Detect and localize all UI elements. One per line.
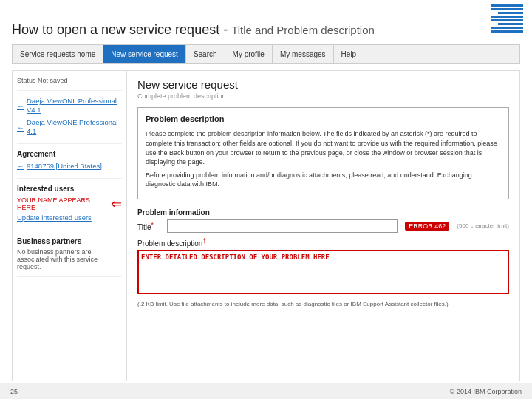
error-badge: ERROR 462 (405, 222, 449, 231)
nav-item-new-service-request[interactable]: New service request (103, 45, 186, 63)
problem-para-1: Please complete the problem description … (146, 129, 501, 166)
sidebar: Status Not saved ← Daeja ViewONL Profess… (13, 71, 127, 381)
interested-user: YOUR NAME APPEARS HERE ⇐ (17, 196, 122, 212)
status-label: Status Not saved (17, 77, 122, 84)
title-field-label: Title* (137, 221, 160, 231)
agreement-title: Agreement (17, 150, 122, 158)
content-subtitle: Complete problem description (137, 92, 509, 100)
content-title: New service request (137, 78, 509, 91)
problem-box-title: Problem description (146, 114, 501, 125)
problem-desc-textarea[interactable]: ENTER DETAILED DESCRIPTION OF YOUR PROBL… (137, 250, 509, 294)
nav-bar: Service requests home New service reques… (12, 44, 520, 64)
problem-info-title: Problem information (137, 208, 509, 216)
problem-description-box: Problem description Please complete the … (137, 107, 509, 200)
product-link-2[interactable]: ← Daeja ViewONE Professional 4.1 (17, 118, 122, 137)
nav-item-my-messages[interactable]: My messages (273, 45, 334, 63)
page-title-subtitle: Title and Problem description (231, 24, 375, 36)
problem-info-section: Problem information Title* ERROR 462 (50… (137, 208, 509, 309)
nav-item-help[interactable]: Help (334, 45, 364, 63)
page-number: 25 (10, 388, 18, 395)
business-partners-note: No business partners are associated with… (17, 248, 122, 270)
nav-item-search[interactable]: Search (186, 45, 225, 63)
footer-note: (.2 KB limit. Use file attachments to in… (137, 300, 509, 308)
page-title: How to open a new service request - Titl… (12, 22, 375, 38)
business-partners-title: Business partners (17, 237, 122, 245)
product-link-1[interactable]: ← Daeja ViewONL Professional V4.1 (17, 97, 122, 115)
problem-para-2: Before providing problem information and… (146, 171, 501, 189)
copyright: © 2014 IBM Corporation (450, 388, 522, 395)
right-content: New service request Complete problem des… (127, 71, 519, 381)
title-input[interactable] (167, 219, 398, 233)
ibm-logo (488, 4, 523, 18)
page-title-main: How to open a new service request - (12, 22, 231, 37)
nav-item-service-requests[interactable]: Service requests home (13, 45, 103, 63)
bottom-bar: 25 © 2014 IBM Corporation (0, 383, 532, 399)
nav-item-my-profile[interactable]: My profile (225, 45, 273, 63)
problem-desc-label: Problem description† (137, 237, 509, 248)
agreement-link[interactable]: ← 9148759 [United States] (17, 161, 122, 171)
interested-title: Interested users (17, 185, 122, 193)
update-interested-link[interactable]: Update interested users (17, 214, 122, 222)
arrow-icon: ⇐ (111, 196, 122, 212)
char-limit: (500 character limit) (457, 222, 509, 229)
title-row: Title* ERROR 462 (500 character limit) (137, 219, 509, 233)
main-content: Status Not saved ← Daeja ViewONL Profess… (12, 70, 520, 381)
